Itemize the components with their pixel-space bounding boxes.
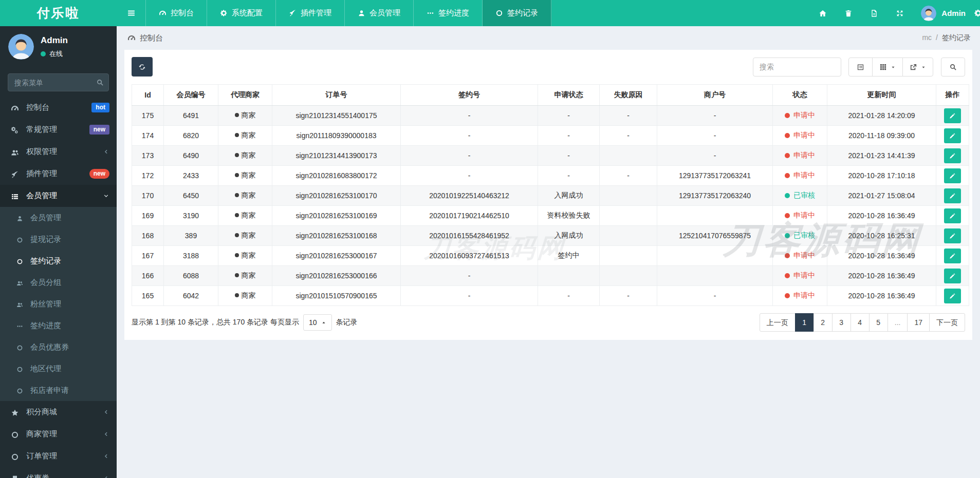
- sidebar-subitem-签约记录[interactable]: 签约记录: [0, 250, 117, 272]
- topnav-tab-会员管理[interactable]: 会员管理: [345, 0, 414, 26]
- sidebar-toggle-button[interactable]: [117, 0, 146, 26]
- cell-member-no: 2433: [164, 166, 218, 186]
- chevron-icon: [103, 148, 109, 155]
- topnav-tab-控制台[interactable]: 控制台: [146, 0, 207, 26]
- chevron-icon: [103, 475, 109, 478]
- edit-button[interactable]: [944, 248, 961, 263]
- user-menu[interactable]: Admin: [913, 6, 974, 21]
- cell-id: 165: [132, 286, 164, 306]
- cell-order-no: sign21012314413900173: [272, 146, 401, 166]
- status-dot-icon: [785, 253, 790, 258]
- refresh-button[interactable]: [132, 57, 153, 77]
- sidebar-subitem-提现记录[interactable]: 提现记录: [0, 228, 117, 250]
- sidebar-item-link[interactable]: 控制台 hot: [0, 97, 117, 119]
- breadcrumb-home-label: 控制台: [140, 33, 163, 43]
- menu-item-icon: [11, 407, 23, 416]
- sidebar-item-link[interactable]: 常规管理 new: [0, 119, 117, 141]
- cell-agent: 商家: [218, 266, 272, 286]
- cell-status: 申请中: [773, 106, 827, 126]
- cell-status: 申请中: [773, 286, 827, 306]
- sidebar-subitem-粉丝管理[interactable]: 粉丝管理: [0, 293, 117, 315]
- edit-button[interactable]: [944, 108, 961, 123]
- edit-button[interactable]: [944, 188, 961, 203]
- sidebar-subitem-签约进度[interactable]: 签约进度: [0, 315, 117, 336]
- page-button-17[interactable]: 17: [907, 313, 930, 332]
- cell-updated-time: 2020-11-18 09:39:00: [827, 126, 936, 146]
- toggle-pagination-button[interactable]: [848, 58, 873, 77]
- page-button-5[interactable]: 5: [869, 313, 888, 332]
- columns-dropdown-button[interactable]: [872, 58, 903, 77]
- sidebar-subitem-会员分组[interactable]: 会员分组: [0, 272, 117, 293]
- cell-status: 申请中: [773, 166, 827, 186]
- edit-button[interactable]: [944, 168, 961, 183]
- settings-gear-icon[interactable]: [974, 9, 980, 17]
- cell-order-no: sign20102816083800172: [272, 166, 401, 186]
- cell-order-no: sign20102816253100169: [272, 206, 401, 226]
- sidebar-item-link[interactable]: 商家管理: [0, 423, 117, 445]
- sidebar-subitem-地区代理[interactable]: 地区代理: [0, 358, 117, 379]
- sidebar-subitem-会员管理[interactable]: 会员管理: [0, 207, 117, 228]
- sidebar-item-link[interactable]: 插件管理 new: [0, 163, 117, 185]
- fullscreen-icon[interactable]: [887, 9, 913, 17]
- cell-sign-no: -: [401, 266, 538, 286]
- log-icon[interactable]: [861, 9, 887, 17]
- sidebar-item-link[interactable]: 会员管理: [0, 185, 117, 207]
- page-button-上一页[interactable]: 上一页: [760, 313, 796, 332]
- sidebar-item-link[interactable]: 订单管理: [0, 445, 117, 467]
- sidebar-item-控制台: 控制台 hot: [0, 97, 117, 119]
- status-dot-icon: [785, 233, 790, 238]
- cell-fail-reason: -: [600, 286, 657, 306]
- submenu-item-icon: [16, 300, 28, 309]
- cell-agent: 商家: [218, 286, 272, 306]
- cell-member-no: 6490: [164, 146, 218, 166]
- tab-icon: [495, 9, 503, 17]
- grid-icon: [879, 63, 887, 71]
- caret-down-icon: [921, 63, 926, 71]
- sidebar-item-link[interactable]: 积分商城: [0, 401, 117, 423]
- topnav-tab-label: 控制台: [171, 8, 194, 18]
- topnav-tab-签约记录[interactable]: 签约记录: [483, 0, 551, 26]
- table-header-row: Id会员编号代理商家订单号签约号申请状态失败原因商户号状态更新时间操作: [132, 85, 969, 106]
- table-search-input[interactable]: [753, 58, 841, 77]
- edit-button[interactable]: [944, 148, 961, 163]
- page-button-1[interactable]: 1: [795, 313, 814, 332]
- sidebar-item-link[interactable]: 优惠券: [0, 467, 117, 478]
- edit-button[interactable]: [944, 289, 961, 303]
- cell-fail-reason: [600, 246, 657, 266]
- home-icon[interactable]: [810, 9, 836, 17]
- cell-merchant-no: [657, 246, 773, 266]
- page-button-...[interactable]: ...: [887, 313, 908, 332]
- edit-button[interactable]: [944, 208, 961, 223]
- advanced-search-button[interactable]: [941, 58, 965, 77]
- sidebar-subitem-label: 提现记录: [30, 235, 61, 244]
- submenu-item-icon: [16, 343, 28, 352]
- pagination: 上一页12345...17下一页: [760, 313, 965, 332]
- breadcrumb-home[interactable]: 控制台: [127, 33, 163, 43]
- status-label: 申请中: [793, 271, 815, 280]
- sidebar-item-label: 优惠券: [26, 473, 49, 478]
- sidebar-search-input[interactable]: [8, 73, 109, 91]
- trash-icon[interactable]: [836, 9, 861, 17]
- status-dot-icon: [785, 193, 790, 198]
- cell-sign-no: 20201016155428461952: [401, 226, 538, 246]
- cell-merchant-no: -: [657, 106, 773, 126]
- page-button-下一页[interactable]: 下一页: [929, 313, 965, 332]
- topnav-tab-系统配置[interactable]: 系统配置: [207, 0, 276, 26]
- export-dropdown-button[interactable]: [902, 58, 933, 77]
- submenu-item-icon: [16, 386, 28, 395]
- column-header-申请状态: 申请状态: [538, 85, 600, 106]
- cell-updated-time: 2021-01-23 14:41:39: [827, 146, 936, 166]
- topnav-tab-签约进度[interactable]: 签约进度: [414, 0, 483, 26]
- edit-button[interactable]: [944, 228, 961, 243]
- edit-button[interactable]: [944, 128, 961, 143]
- page-size-dropdown[interactable]: 10: [303, 314, 332, 331]
- page-button-3[interactable]: 3: [832, 313, 851, 332]
- sidebar-subitem-拓店者申请[interactable]: 拓店者申请: [0, 379, 117, 401]
- edit-button[interactable]: [944, 269, 961, 283]
- cell-fail-reason: [600, 206, 657, 226]
- sidebar-item-link[interactable]: 权限管理: [0, 141, 117, 163]
- sidebar-subitem-会员优惠券[interactable]: 会员优惠券: [0, 336, 117, 358]
- topnav-tab-插件管理[interactable]: 插件管理: [276, 0, 345, 26]
- page-button-4[interactable]: 4: [850, 313, 870, 332]
- page-button-2[interactable]: 2: [813, 313, 833, 332]
